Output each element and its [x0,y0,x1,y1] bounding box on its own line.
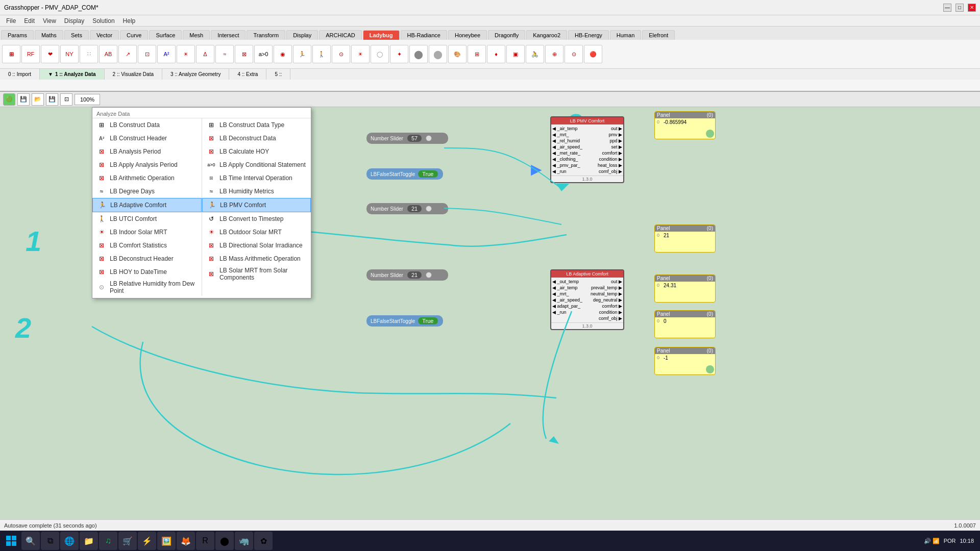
tab-hb-energy[interactable]: HB-Energy [568,30,609,40]
panel-3[interactable]: Panel (0) 0 24.31 [654,274,716,303]
tab-surface[interactable]: Surface [149,30,182,40]
tool-7[interactable]: ↗ [118,45,137,63]
tab-elefront[interactable]: Elefront [642,30,675,40]
canvas-tool-open[interactable]: 📂 [32,93,44,106]
section-visualize[interactable]: 2 :: Visualize Data [105,69,162,80]
item-calculate-hoy[interactable]: ⊠ LB Calculate HOY [202,145,311,158]
zoom-input[interactable]: 100% [75,94,100,105]
menu-solution[interactable]: Solution [88,16,118,26]
tool-26[interactable]: ♦ [487,45,505,63]
canvas-tool-save2[interactable]: 💾 [46,93,58,106]
slider-2-dial[interactable] [426,206,432,212]
panel-1-handle[interactable] [706,130,714,138]
tool-20[interactable]: ◯ [371,45,389,63]
item-conditional[interactable]: a>0 LB Apply Conditional Statement [202,158,311,171]
taskbar-search[interactable]: 🔍 [21,532,40,550]
taskbar-explorer[interactable]: 📁 [80,532,98,550]
tool-13[interactable]: ⊠ [235,45,253,63]
taskbar-taskview[interactable]: ⧉ [41,532,59,550]
tool-22[interactable]: ⬤ [409,45,428,63]
tool-19[interactable]: ☀ [351,45,370,63]
tool-8[interactable]: ⊡ [138,45,156,63]
slider-3[interactable]: Number Slider 21 [366,269,448,281]
item-time-interval[interactable]: ⊠ LB Time Interval Operation [202,171,311,185]
toggle-1-value[interactable]: True [418,170,437,178]
taskbar-script[interactable]: ✿ [254,532,273,550]
taskbar-firefox[interactable]: 🦊 [177,532,195,550]
slider-1-value[interactable]: 57 [407,135,422,142]
tool-30[interactable]: ⊙ [565,45,583,63]
panel-5[interactable]: Panel (0) 0 -1 [654,347,716,375]
start-button[interactable] [2,532,20,550]
taskbar-vs[interactable]: ⚡ [138,532,156,550]
taskbar-spotify[interactable]: ♫ [99,532,117,550]
tool-14[interactable]: a>0 [254,45,273,63]
item-convert-timestep[interactable]: ↺ LB Convert to Timestep [202,212,311,226]
slider-3-value[interactable]: 21 [407,271,422,279]
maximize-button[interactable]: □ [955,4,964,12]
item-deconstruct-header[interactable]: ⊠ LB Deconstruct Header [92,252,202,265]
tool-1[interactable]: ⊞ [2,45,20,63]
tool-11[interactable]: Δ [196,45,214,63]
adaptive-comfort-node[interactable]: LB Adaptive Comfort ◀ _out_temp ◀ _air_t… [550,269,624,330]
tab-params[interactable]: Params [1,30,34,40]
tool-27[interactable]: ▣ [506,45,525,63]
tool-17[interactable]: 🚶 [312,45,331,63]
tab-sets[interactable]: Sets [64,30,89,40]
tool-28[interactable]: 🚴 [526,45,544,63]
item-directional-solar[interactable]: ⊠ LB Directional Solar Irradiance [202,239,311,252]
item-construct-header[interactable]: A² LB Construct Header [92,132,202,145]
tab-kangaroo[interactable]: Kangaroo2 [526,30,567,40]
item-mass-arithmetic[interactable]: ⊠ LB Mass Arithmetic Operation [202,252,311,265]
pmv-comfort-node[interactable]: LB PMV Comfort ◀ _air_temp ◀ _mrt_ ◀ _re… [550,116,624,183]
item-construct-data-type[interactable]: ⊞ LB Construct Data Type [202,118,311,132]
menu-view[interactable]: View [39,16,60,26]
item-rel-humidity[interactable]: ⊙ LB Relative Humidity from Dew Point [92,279,202,296]
tool-23[interactable]: ⬤ [429,45,447,63]
panel-1[interactable]: Panel (0) 0 -0.865994 [654,111,716,139]
section-5[interactable]: 5 :: [266,69,290,80]
section-geometry[interactable]: 3 :: Analyze Geometry [162,69,229,80]
tool-3[interactable]: ❤ [41,45,59,63]
panel-2[interactable]: Panel (0) 0 21 [654,224,716,253]
tab-transform[interactable]: Transform [247,30,285,40]
tab-vector[interactable]: Vector [90,30,119,40]
tool-15[interactable]: ◉ [274,45,292,63]
tool-24[interactable]: 🎨 [448,45,467,63]
taskbar-store[interactable]: 🛒 [118,532,137,550]
item-pmv-comfort[interactable]: 🏃 LB PMV Comfort [202,198,311,212]
slider-1-dial[interactable] [426,135,432,141]
item-construct-data[interactable]: ⊞ LB Construct Data [92,118,202,132]
menu-file[interactable]: File [2,16,20,26]
tab-curve[interactable]: Curve [120,30,148,40]
taskbar-chrome[interactable]: ⬤ [215,532,234,550]
item-adaptive-comfort[interactable]: 🏃 LB Adaptive Comfort [92,198,202,212]
tool-2[interactable]: RF [21,45,40,63]
panel-5-handle[interactable] [706,365,714,373]
slider-2[interactable]: Number Slider 21 [366,203,448,214]
slider-3-dial[interactable] [426,272,432,278]
minimize-button[interactable]: — [943,4,951,12]
item-solar-mrt[interactable]: ⊠ LB Solar MRT from Solar Components [202,265,311,283]
item-outdoor-solar[interactable]: ☀ LB Outdoor Solar MRT [202,226,311,239]
tool-31[interactable]: 🔴 [584,45,602,63]
toggle-2-value[interactable]: True [418,317,437,324]
section-import[interactable]: 0 :: Import [0,69,40,80]
tool-9[interactable]: A² [157,45,176,63]
item-arithmetic[interactable]: ⊠ LB Arithmetic Operation [92,171,202,185]
tab-archicad[interactable]: ARCHICAD [319,30,361,40]
tab-maths[interactable]: Maths [35,30,63,40]
tool-4[interactable]: NY [60,45,79,63]
taskbar-revit[interactable]: R [196,532,214,550]
tab-intersect[interactable]: Intersect [211,30,246,40]
taskbar-photos[interactable]: 🖼️ [157,532,176,550]
item-analysis-period[interactable]: ⊠ LB Analysis Period [92,145,202,158]
tab-human[interactable]: Human [610,30,641,40]
tool-16[interactable]: 🏃 [293,45,311,63]
tool-6[interactable]: AB [99,45,117,63]
item-comfort-stats[interactable]: ⊠ LB Comfort Statistics [92,239,202,252]
tab-display[interactable]: Display [286,30,318,40]
canvas-tool-green[interactable]: 🟢 [3,93,15,106]
toggle-2[interactable]: LBFalseStartToggle True [366,315,443,327]
slider-2-value[interactable]: 21 [407,205,422,212]
